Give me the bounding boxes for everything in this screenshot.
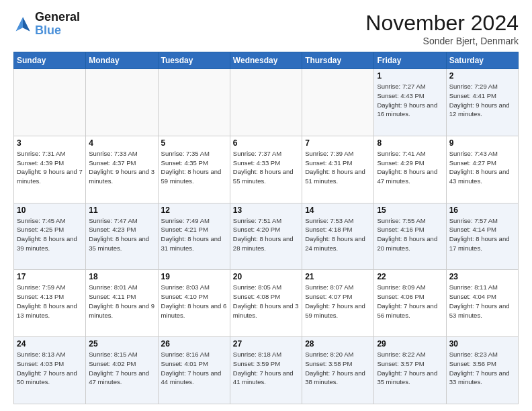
day-number: 16	[449, 205, 515, 215]
calendar-cell: 13Sunrise: 7:51 AM Sunset: 4:20 PM Dayli…	[230, 203, 302, 270]
calendar-cell: 27Sunrise: 8:18 AM Sunset: 3:59 PM Dayli…	[230, 337, 302, 404]
col-saturday: Saturday	[446, 52, 518, 69]
day-info: Sunrise: 8:13 AM Sunset: 4:03 PM Dayligh…	[17, 350, 83, 387]
day-info: Sunrise: 7:27 AM Sunset: 4:43 PM Dayligh…	[377, 82, 443, 119]
day-info: Sunrise: 7:35 AM Sunset: 4:35 PM Dayligh…	[161, 149, 227, 186]
calendar-cell: 15Sunrise: 7:55 AM Sunset: 4:16 PM Dayli…	[374, 203, 446, 270]
calendar-cell: 6Sunrise: 7:37 AM Sunset: 4:33 PM Daylig…	[230, 136, 302, 203]
day-info: Sunrise: 8:05 AM Sunset: 4:08 PM Dayligh…	[233, 283, 299, 320]
calendar-cell: 4Sunrise: 7:33 AM Sunset: 4:37 PM Daylig…	[86, 136, 158, 203]
calendar-cell	[302, 69, 374, 136]
title-block: November 2024 Sonder Bjert, Denmark	[365, 11, 519, 46]
day-number: 4	[89, 138, 154, 148]
day-info: Sunrise: 7:31 AM Sunset: 4:39 PM Dayligh…	[17, 149, 83, 186]
calendar-cell: 21Sunrise: 8:07 AM Sunset: 4:07 PM Dayli…	[302, 270, 374, 337]
day-info: Sunrise: 7:49 AM Sunset: 4:21 PM Dayligh…	[161, 216, 227, 253]
day-info: Sunrise: 8:07 AM Sunset: 4:07 PM Dayligh…	[305, 283, 371, 320]
day-info: Sunrise: 8:09 AM Sunset: 4:06 PM Dayligh…	[377, 283, 443, 320]
day-info: Sunrise: 7:55 AM Sunset: 4:16 PM Dayligh…	[377, 216, 443, 253]
day-info: Sunrise: 8:18 AM Sunset: 3:59 PM Dayligh…	[233, 350, 299, 387]
day-info: Sunrise: 7:57 AM Sunset: 4:14 PM Dayligh…	[449, 216, 515, 253]
calendar-cell: 29Sunrise: 8:22 AM Sunset: 3:57 PM Dayli…	[374, 337, 446, 404]
calendar-cell: 10Sunrise: 7:45 AM Sunset: 4:25 PM Dayli…	[14, 203, 86, 270]
day-info: Sunrise: 8:11 AM Sunset: 4:04 PM Dayligh…	[449, 283, 515, 320]
day-number: 5	[161, 138, 227, 148]
calendar-cell: 17Sunrise: 7:59 AM Sunset: 4:13 PM Dayli…	[14, 270, 86, 337]
calendar-cell	[158, 69, 230, 136]
day-info: Sunrise: 7:43 AM Sunset: 4:27 PM Dayligh…	[449, 149, 515, 186]
calendar-cell: 14Sunrise: 7:53 AM Sunset: 4:18 PM Dayli…	[302, 203, 374, 270]
calendar-cell: 9Sunrise: 7:43 AM Sunset: 4:27 PM Daylig…	[446, 136, 518, 203]
week-row-3: 17Sunrise: 7:59 AM Sunset: 4:13 PM Dayli…	[14, 270, 519, 337]
week-row-4: 24Sunrise: 8:13 AM Sunset: 4:03 PM Dayli…	[14, 337, 519, 404]
col-thursday: Thursday	[302, 52, 374, 69]
day-number: 15	[377, 205, 443, 215]
logo-text-general: General	[35, 11, 80, 24]
header: General Blue November 2024 Sonder Bjert,…	[13, 11, 519, 46]
day-info: Sunrise: 7:51 AM Sunset: 4:20 PM Dayligh…	[233, 216, 299, 253]
subtitle: Sonder Bjert, Denmark	[365, 36, 519, 46]
calendar-cell: 16Sunrise: 7:57 AM Sunset: 4:14 PM Dayli…	[446, 203, 518, 270]
day-info: Sunrise: 7:29 AM Sunset: 4:41 PM Dayligh…	[449, 82, 515, 119]
calendar-cell: 5Sunrise: 7:35 AM Sunset: 4:35 PM Daylig…	[158, 136, 230, 203]
calendar-cell: 30Sunrise: 8:23 AM Sunset: 3:56 PM Dayli…	[446, 337, 518, 404]
day-number: 6	[233, 138, 299, 148]
day-number: 22	[377, 272, 443, 281]
calendar-cell	[14, 69, 86, 136]
calendar-table: Sunday Monday Tuesday Wednesday Thursday…	[13, 52, 519, 404]
day-number: 26	[161, 339, 227, 349]
day-number: 1	[377, 71, 443, 81]
day-number: 3	[17, 138, 83, 148]
day-info: Sunrise: 7:53 AM Sunset: 4:18 PM Dayligh…	[305, 216, 371, 253]
day-number: 25	[89, 339, 154, 349]
day-number: 19	[161, 272, 227, 281]
day-info: Sunrise: 8:01 AM Sunset: 4:11 PM Dayligh…	[89, 283, 154, 320]
day-number: 13	[233, 205, 299, 215]
day-info: Sunrise: 8:20 AM Sunset: 3:58 PM Dayligh…	[305, 350, 371, 387]
calendar-cell: 7Sunrise: 7:39 AM Sunset: 4:31 PM Daylig…	[302, 136, 374, 203]
calendar-cell: 19Sunrise: 8:03 AM Sunset: 4:10 PM Dayli…	[158, 270, 230, 337]
day-number: 27	[233, 339, 299, 349]
day-number: 12	[161, 205, 227, 215]
day-number: 23	[449, 272, 515, 281]
calendar-cell: 12Sunrise: 7:49 AM Sunset: 4:21 PM Dayli…	[158, 203, 230, 270]
day-number: 29	[377, 339, 443, 349]
day-number: 11	[89, 205, 154, 215]
svg-marker-1	[23, 17, 30, 31]
day-number: 9	[449, 138, 515, 148]
page: General Blue November 2024 Sonder Bjert,…	[0, 0, 532, 411]
col-sunday: Sunday	[14, 52, 86, 69]
day-info: Sunrise: 7:59 AM Sunset: 4:13 PM Dayligh…	[17, 283, 83, 320]
day-info: Sunrise: 8:16 AM Sunset: 4:01 PM Dayligh…	[161, 350, 227, 387]
day-number: 7	[305, 138, 371, 148]
day-number: 18	[89, 272, 154, 281]
day-info: Sunrise: 7:39 AM Sunset: 4:31 PM Dayligh…	[305, 149, 371, 186]
day-info: Sunrise: 7:45 AM Sunset: 4:25 PM Dayligh…	[17, 216, 83, 253]
day-info: Sunrise: 8:15 AM Sunset: 4:02 PM Dayligh…	[89, 350, 154, 387]
col-monday: Monday	[86, 52, 158, 69]
calendar-cell: 18Sunrise: 8:01 AM Sunset: 4:11 PM Dayli…	[86, 270, 158, 337]
day-info: Sunrise: 8:22 AM Sunset: 3:57 PM Dayligh…	[377, 350, 443, 387]
day-info: Sunrise: 7:37 AM Sunset: 4:33 PM Dayligh…	[233, 149, 299, 186]
calendar-cell: 25Sunrise: 8:15 AM Sunset: 4:02 PM Dayli…	[86, 337, 158, 404]
week-row-1: 3Sunrise: 7:31 AM Sunset: 4:39 PM Daylig…	[14, 136, 519, 203]
col-tuesday: Tuesday	[158, 52, 230, 69]
col-wednesday: Wednesday	[230, 52, 302, 69]
day-number: 2	[449, 71, 515, 81]
day-number: 20	[233, 272, 299, 281]
day-info: Sunrise: 7:41 AM Sunset: 4:29 PM Dayligh…	[377, 149, 443, 186]
day-number: 14	[305, 205, 371, 215]
calendar-header-row: Sunday Monday Tuesday Wednesday Thursday…	[14, 52, 519, 69]
main-title: November 2024	[365, 11, 519, 36]
calendar-cell	[230, 69, 302, 136]
calendar-cell: 11Sunrise: 7:47 AM Sunset: 4:23 PM Dayli…	[86, 203, 158, 270]
day-info: Sunrise: 8:23 AM Sunset: 3:56 PM Dayligh…	[449, 350, 515, 387]
day-info: Sunrise: 7:33 AM Sunset: 4:37 PM Dayligh…	[89, 149, 154, 186]
logo-icon	[13, 15, 32, 34]
col-friday: Friday	[374, 52, 446, 69]
calendar-cell	[86, 69, 158, 136]
calendar-cell: 24Sunrise: 8:13 AM Sunset: 4:03 PM Dayli…	[14, 337, 86, 404]
logo: General Blue	[13, 11, 80, 38]
day-info: Sunrise: 8:03 AM Sunset: 4:10 PM Dayligh…	[161, 283, 227, 320]
day-info: Sunrise: 7:47 AM Sunset: 4:23 PM Dayligh…	[89, 216, 154, 253]
